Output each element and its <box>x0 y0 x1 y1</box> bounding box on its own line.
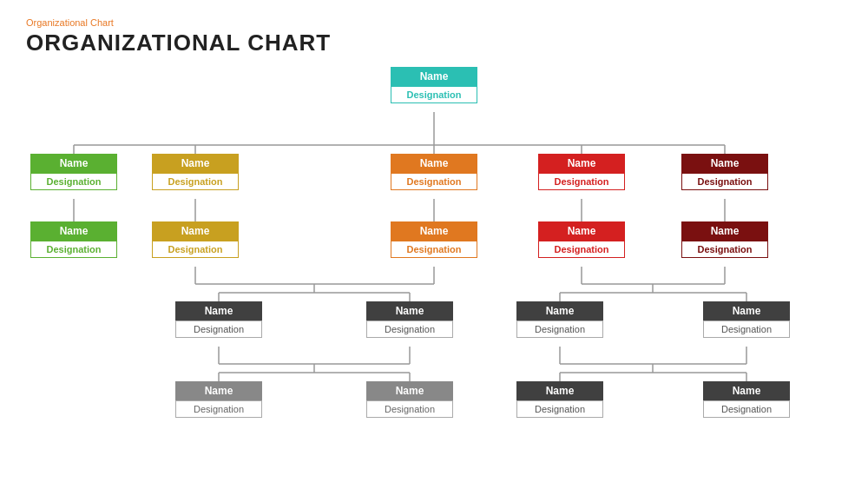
node-l3-dg3: Name Designation <box>516 301 603 338</box>
page-subtitle: Organizational Chart <box>26 17 842 28</box>
node-l1-green: Name Designation <box>30 154 117 190</box>
node-l2-orange-desig: Designation <box>391 241 477 258</box>
node-l4-lg4: Name Designation <box>703 381 790 418</box>
node-l4-lg1-name: Name <box>175 381 262 400</box>
node-l1-gold-desig: Designation <box>152 173 239 190</box>
node-l3-dg2: Name Designation <box>366 301 453 338</box>
node-l1-gold-name: Name <box>152 154 239 173</box>
node-l3-dg4-name: Name <box>703 301 790 320</box>
node-l3-dg1-name: Name <box>175 301 262 320</box>
node-l3-dg2-desig: Designation <box>366 320 453 338</box>
node-l2-gold: Name Designation <box>152 221 239 258</box>
page: Organizational Chart ORGANIZATIONAL CHAR… <box>0 0 868 489</box>
node-l2-darkred: Name Designation <box>681 221 768 258</box>
node-l4-lg1: Name Designation <box>175 381 262 418</box>
node-l1-green-desig: Designation <box>30 173 117 190</box>
node-l1-orange-desig: Designation <box>391 173 477 190</box>
node-l1-red: Name Designation <box>538 154 625 190</box>
node-l4-lg2: Name Designation <box>366 381 453 418</box>
node-l3-dg2-name: Name <box>366 301 453 320</box>
org-chart: Name Designation Name Designation Name D… <box>26 67 842 466</box>
node-l3-dg3-name: Name <box>516 301 603 320</box>
node-l1-orange: Name Designation <box>391 154 477 190</box>
node-l4-lg4-desig: Designation <box>703 400 790 418</box>
node-l4-lg2-name: Name <box>366 381 453 400</box>
node-l1-red-desig: Designation <box>538 173 625 190</box>
node-l2-red-desig: Designation <box>538 241 625 258</box>
node-l1-green-name: Name <box>30 154 117 173</box>
node-l3-dg4-desig: Designation <box>703 320 790 338</box>
node-l2-green-desig: Designation <box>30 241 117 258</box>
node-l2-gold-desig: Designation <box>152 241 239 258</box>
node-l2-green: Name Designation <box>30 221 117 258</box>
node-l2-darkred-name: Name <box>681 221 768 241</box>
node-l2-red-name: Name <box>538 221 625 241</box>
node-root: Name Designation <box>391 67 477 103</box>
node-l2-red: Name Designation <box>538 221 625 258</box>
node-l2-darkred-desig: Designation <box>681 241 768 258</box>
node-root-designation: Designation <box>391 86 477 103</box>
node-l4-lg4-name: Name <box>703 381 790 400</box>
node-l4-lg3-desig: Designation <box>516 400 603 418</box>
node-l4-lg1-desig: Designation <box>175 400 262 418</box>
node-l2-orange-name: Name <box>391 221 477 241</box>
node-l2-green-name: Name <box>30 221 117 241</box>
node-l1-darkred-desig: Designation <box>681 173 768 190</box>
node-l3-dg1-desig: Designation <box>175 320 262 338</box>
node-l1-darkred: Name Designation <box>681 154 768 190</box>
node-l1-red-name: Name <box>538 154 625 173</box>
node-l3-dg1: Name Designation <box>175 301 262 338</box>
node-l1-orange-name: Name <box>391 154 477 173</box>
node-l2-orange: Name Designation <box>391 221 477 258</box>
node-l3-dg3-desig: Designation <box>516 320 603 338</box>
node-l2-gold-name: Name <box>152 221 239 241</box>
node-l4-lg3: Name Designation <box>516 381 603 418</box>
node-l1-darkred-name: Name <box>681 154 768 173</box>
node-l3-dg4: Name Designation <box>703 301 790 338</box>
node-l4-lg3-name: Name <box>516 381 603 400</box>
node-l4-lg2-desig: Designation <box>366 400 453 418</box>
node-l1-gold: Name Designation <box>152 154 239 190</box>
node-root-name: Name <box>391 67 477 86</box>
page-title: ORGANIZATIONAL CHART <box>26 30 842 56</box>
